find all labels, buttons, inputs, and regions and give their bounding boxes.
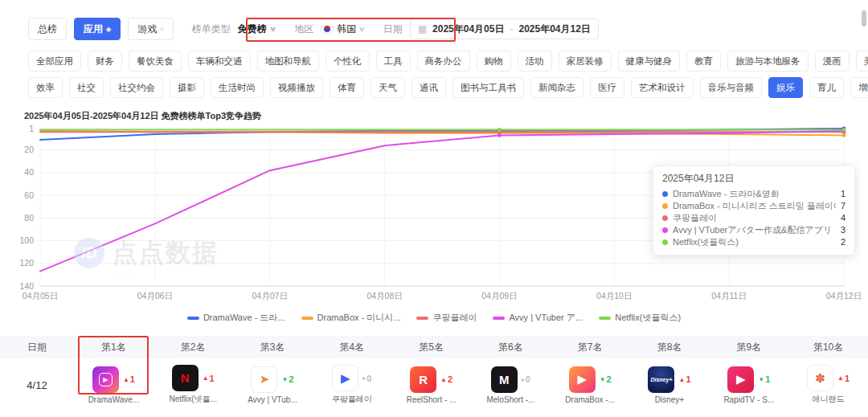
app-cell-top: ▶▸0 xyxy=(332,365,371,391)
tab-apps[interactable]: 应用 ◆ xyxy=(74,18,121,40)
legend-label: DramaWave - 드라... xyxy=(203,312,285,324)
calendar-icon: ▦ xyxy=(418,23,427,35)
down-arrow-icon: ▼ xyxy=(281,376,288,383)
category-pill[interactable]: 娱乐 xyxy=(768,77,803,98)
tab-total-rank[interactable]: 总榜 xyxy=(28,18,67,40)
up-arrow-icon: ▲ xyxy=(837,374,844,382)
row-date: 4/12 xyxy=(0,358,74,411)
tab-label: 总榜 xyxy=(38,22,57,36)
category-pill[interactable]: 活动 xyxy=(518,51,552,72)
category-pill[interactable]: 生活时尚 xyxy=(211,77,264,98)
category-pill[interactable]: 社交约会 xyxy=(110,77,163,98)
category-pill[interactable]: 个性化 xyxy=(326,51,370,72)
category-pill[interactable]: 新闻杂志 xyxy=(530,77,583,98)
app-cell[interactable]: N▲1Netflix(넷플... xyxy=(154,358,233,411)
meloshort-app-icon: M xyxy=(491,366,518,393)
category-pill[interactable]: 体育 xyxy=(330,77,364,98)
app-cell-top: N▲1 xyxy=(172,365,215,391)
app-cell[interactable]: ▶▼1RapidTV - S... xyxy=(709,358,788,411)
category-pill[interactable]: 社交 xyxy=(69,77,104,98)
tab-label: 游戏 xyxy=(137,22,157,36)
category-pill[interactable]: 美容时尚 xyxy=(856,51,868,72)
app-name: 애니랜드 xyxy=(813,394,845,405)
category-pill[interactable]: 商务办公 xyxy=(417,51,470,72)
rank-change-value: 0 xyxy=(366,374,371,383)
app-cell[interactable]: R▲2ReelShort - ... xyxy=(391,358,471,411)
series-dot-icon xyxy=(662,191,668,197)
category-pill[interactable]: 摄影 xyxy=(170,77,204,98)
category-pill[interactable]: 全部应用 xyxy=(28,51,81,72)
category-pill[interactable]: 育儿 xyxy=(809,77,844,98)
chart-title: 2025年04月05日-2025年04月12日 免费榜榜单Top3竞争趋势 xyxy=(24,110,261,122)
app-icon-glyph: M xyxy=(499,373,510,386)
app-cell[interactable]: ✽▲1애니랜드 xyxy=(788,358,868,411)
category-pill[interactable]: 车辆和交通 xyxy=(188,51,251,72)
reelshort-app-icon: R xyxy=(410,366,436,393)
category-pill[interactable]: 通讯 xyxy=(411,77,446,98)
app-cell-top: ➤▼2 xyxy=(251,366,293,393)
app-cell-top: ▶▼1 xyxy=(727,366,770,393)
tooltip-row: Avvy | VTuberアバター作成&配信アプリ3 xyxy=(662,224,845,236)
category-pill[interactable]: 天气 xyxy=(371,77,405,98)
legend-label: DramaBox - 미니시... xyxy=(317,312,401,324)
tooltip-series-name: Netflix(넷플릭스) xyxy=(673,236,836,248)
y-axis-tick: 20 xyxy=(24,145,34,154)
region-select[interactable]: 韩国 ∨ xyxy=(321,22,365,36)
app-cell[interactable]: ➤▼2Avvy | VTub... xyxy=(233,358,313,411)
category-pill[interactable]: 地图和导航 xyxy=(257,51,320,72)
app-icon-glyph: N xyxy=(181,371,190,385)
category-pill[interactable]: 效率 xyxy=(28,77,63,98)
category-pill[interactable]: 家居装修 xyxy=(559,51,612,72)
table-header-cell: 第10名 xyxy=(788,336,868,358)
app-name: ReelShort - ... xyxy=(407,395,457,404)
category-pill[interactable]: 财务 xyxy=(88,51,122,72)
legend-item[interactable]: 쿠팡플레이 xyxy=(416,312,477,324)
series-dot-icon xyxy=(662,215,668,221)
tab-games[interactable]: 游戏 ≡ xyxy=(128,18,174,40)
category-pill[interactable]: 视频播放 xyxy=(270,77,323,98)
app-cell[interactable]: ▶▲1DramaWave... xyxy=(74,358,154,411)
app-cell[interactable]: Disney+▲1Disney+ xyxy=(630,358,710,411)
rank-type-select[interactable]: 免费榜 ∨ xyxy=(238,22,276,36)
category-pill[interactable]: 增强现实 xyxy=(850,77,868,98)
app-cell[interactable]: M▸0MeloShort -... xyxy=(471,358,551,411)
rank-change-value: 1 xyxy=(686,374,690,384)
flat-arrow-icon: ▸ xyxy=(362,374,366,382)
chevron-down-icon: ∨ xyxy=(268,25,276,33)
category-pill[interactable]: 旅游与本地服务 xyxy=(727,51,809,72)
legend-item[interactable]: DramaWave - 드라... xyxy=(187,312,285,324)
table-header-cell: 第6名 xyxy=(471,336,551,358)
category-pill[interactable]: 健康与健身 xyxy=(618,51,681,72)
app-name: MeloShort -... xyxy=(486,395,534,404)
date-range-picker[interactable]: ▦ 2025年04月05日 - 2025年04月12日 xyxy=(410,18,599,39)
app-name: RapidTV - S... xyxy=(723,395,774,404)
app-cell[interactable]: ▶▸0쿠팡플레이 xyxy=(312,358,391,411)
category-pill[interactable]: 音乐与音频 xyxy=(700,77,763,98)
category-pill[interactable]: 购物 xyxy=(477,51,511,72)
legend-item[interactable]: DramaBox - 미니시... xyxy=(301,312,401,324)
series-dot-icon xyxy=(662,239,668,245)
category-pill[interactable]: 图书与工具书 xyxy=(452,77,524,98)
category-pill[interactable]: 艺术和设计 xyxy=(631,77,694,98)
table-header-cell: 第4名 xyxy=(312,336,391,358)
y-axis-tick: 1 xyxy=(29,124,34,133)
category-pill[interactable]: 漫画 xyxy=(815,51,850,72)
korea-flag-icon xyxy=(321,25,334,34)
app-cell-top: ▶▼2 xyxy=(569,366,612,393)
category-pill[interactable]: 工具 xyxy=(376,51,411,72)
table-header-cell: 第8名 xyxy=(630,336,710,358)
legend-item[interactable]: Avvy | VTuber ア... xyxy=(493,312,583,324)
category-pill[interactable]: 教育 xyxy=(686,51,721,72)
rank-change-down: ▼2 xyxy=(281,374,293,384)
app-name: Disney+ xyxy=(655,395,684,404)
category-pill[interactable]: 餐饮美食 xyxy=(129,51,182,72)
legend-item[interactable]: Netflix(넷플릭스) xyxy=(599,312,681,324)
up-arrow-icon: ▲ xyxy=(203,374,209,382)
app-cell[interactable]: ▶▼2DramaBox -... xyxy=(551,358,630,411)
date-separator: - xyxy=(510,23,513,35)
rank-change-value: 2 xyxy=(607,374,612,384)
app-name: DramaWave... xyxy=(88,395,140,404)
category-pill[interactable]: 医疗 xyxy=(590,77,624,98)
scrollbar-thumb[interactable] xyxy=(862,10,866,27)
up-arrow-icon: ▲ xyxy=(678,376,685,383)
